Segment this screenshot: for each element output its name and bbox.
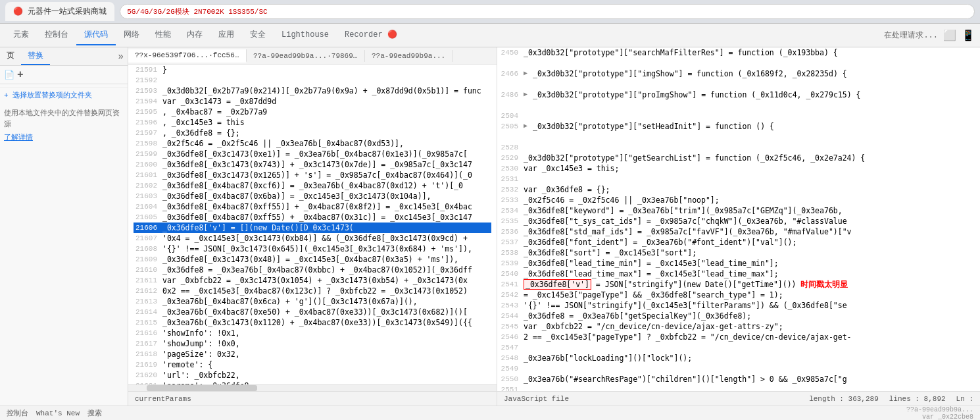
file-tab-1[interactable]: ??a-99ead99b9a...·798691e2ce.js bbox=[247, 50, 365, 62]
devtools-icon-inspect[interactable]: 在处理请求... bbox=[884, 30, 938, 41]
left-code-line-21597: 21597 , _0x36dfe8 = {}; bbox=[134, 128, 491, 138]
file-tab-0[interactable]: ??x-96e539f706...·fcc56247f3.js bbox=[128, 49, 247, 63]
right-line-num-2: 2466 bbox=[497, 68, 524, 79]
right-line-num-24: 2543 bbox=[497, 300, 524, 311]
tab-recorder[interactable]: Recorder 🔴 bbox=[337, 26, 405, 45]
line-num-21604: 21604 bbox=[134, 201, 162, 212]
address-bar[interactable]: 5G/4G/3G/2G模块 2N7002K 1SS355/SC bbox=[120, 4, 975, 19]
code-text-21609: _0x36dfe8[_0x3c1473(0x48)] = _0xc145e3[_… bbox=[162, 254, 491, 265]
devtools-icon-device[interactable]: 📱 bbox=[962, 29, 975, 42]
devtools-icon-pointer[interactable]: ⬜ bbox=[943, 29, 956, 42]
right-code-line-30: 2549 bbox=[497, 363, 980, 374]
devtools-nav: 元素 控制台 源代码 网络 性能 内存 应用 安全 Lighthouse Rec… bbox=[0, 24, 980, 47]
left-code-line-21599: 21599 _0x36dfe8[_0x3c1473(0xe1)] = _0x3e… bbox=[134, 149, 491, 159]
watermark-line1: ??a-99ead99b9a... bbox=[906, 406, 973, 413]
line-num-21607: 21607 bbox=[134, 233, 162, 244]
right-code-text-2: _0x3d0b32["prototype"]["imgShow"] = func… bbox=[533, 68, 847, 79]
toolbar-file-icon[interactable]: 📄 bbox=[4, 70, 14, 80]
line-num-21608: 21608 bbox=[134, 244, 162, 254]
code-text-21595: , _0x4bac87 = _0x2b77a9 bbox=[162, 107, 491, 117]
line-num-21617: 21617 bbox=[134, 338, 162, 349]
right-line-num-12: 2531 bbox=[497, 174, 524, 184]
left-code-line-21600: 21600 _0x36dfe8[_0x3c1473(0x743)] + _0x3… bbox=[134, 159, 491, 170]
left-code-line-21592: 21592 bbox=[134, 75, 491, 86]
status-lines: lines : 8,892 bbox=[889, 395, 946, 403]
browser-tab[interactable]: 🔴 元器件一站式采购商城 bbox=[5, 2, 114, 21]
code-text-21610: _0x36dfe8 = _0x3ea76b[_0x4bac87(0xbbc) +… bbox=[162, 265, 491, 275]
left-toolbar: 📄 + bbox=[0, 66, 128, 84]
left-code-line-21607: 21607 '0x4 = _0xc145e3[_0x3c1473(0xb84)]… bbox=[134, 233, 491, 244]
expand-btn-2[interactable]: ▶ bbox=[524, 68, 533, 79]
line-num-21610: 21610 bbox=[134, 265, 162, 275]
bottom-console[interactable]: 控制台 bbox=[7, 408, 28, 418]
right-line-num-28: 2547 bbox=[497, 342, 524, 353]
line-num-21614: 21614 bbox=[134, 307, 162, 317]
center-code-content[interactable]: 21591 }2159221593 _0x3d0b32[_0x2b77a9(0x… bbox=[128, 65, 497, 384]
right-code-line-15: 2534 _0x36dfe8["keyword"] = _0x3ea76b["t… bbox=[497, 205, 980, 216]
right-line-num-14: 2533 bbox=[497, 195, 524, 205]
left-tab-chevron[interactable]: » bbox=[114, 51, 128, 62]
tab-favicon: 🔴 bbox=[13, 7, 23, 16]
tab-memory[interactable]: 内存 bbox=[179, 25, 210, 45]
tab-lighthouse[interactable]: Lighthouse bbox=[274, 26, 337, 45]
file-tab-2[interactable]: ??a-99ead99b9a... bbox=[365, 50, 453, 62]
status-bar: currentParams bbox=[128, 391, 497, 406]
tab-console[interactable]: 控制台 bbox=[37, 25, 76, 45]
right-code-text-0: _0x3d0b32["prototype"]["searchMafFilterR… bbox=[524, 47, 838, 58]
left-panel: 页 替换 » 📄 + + 选择放置替换项的文件夹 使用本地文件夹中的文件替换网页… bbox=[0, 47, 128, 406]
tab-sources[interactable]: 源代码 bbox=[76, 25, 116, 45]
right-code-line-6: 2504 bbox=[497, 111, 980, 121]
tab-application[interactable]: 应用 bbox=[210, 25, 242, 45]
choose-folder-label: + 选择放置替换项的文件夹 bbox=[4, 90, 92, 100]
tab-replace[interactable]: 替换 bbox=[21, 47, 50, 65]
right-code-line-27: 2546 2 == _0xc145e3["pageType"] ? _0xbfc… bbox=[497, 332, 980, 342]
center-hscroll[interactable] bbox=[128, 384, 497, 391]
learn-more-link[interactable]: 了解详情 bbox=[4, 134, 33, 142]
left-code-line-21611: 21611 var _0xbfcb22 = _0x3c1473(0x1054) … bbox=[134, 275, 491, 286]
left-code-line-21610: 21610 _0x36dfe8 = _0x3ea76b[_0x4bac87(0x… bbox=[134, 265, 491, 275]
right-code-text-29: _0x3ea76b["lockLoading"]()["lock"](); bbox=[524, 353, 692, 363]
devtools-panel: 元素 控制台 源代码 网络 性能 内存 应用 安全 Lighthouse Rec… bbox=[0, 24, 980, 420]
bottom-search[interactable]: 搜索 bbox=[87, 408, 102, 418]
tab-elements[interactable]: 元素 bbox=[5, 25, 37, 45]
right-line-num-29: 2548 bbox=[497, 353, 524, 363]
expand-btn-4[interactable]: ▶ bbox=[524, 90, 533, 100]
code-text-21620: 'url': _0xbfcb22, bbox=[162, 370, 491, 381]
right-line-num-9: 2528 bbox=[497, 142, 524, 153]
right-code-text-17: _0x36dfe8["std_maf_ids"] = _0x985a7c["fa… bbox=[524, 226, 852, 237]
right-line-num-15: 2534 bbox=[497, 205, 524, 216]
tab-security[interactable]: 安全 bbox=[242, 25, 274, 45]
choose-folder-button[interactable]: + 选择放置替换项的文件夹 bbox=[0, 87, 128, 103]
right-status-bar: JavaScript file length : 363,289 lines :… bbox=[497, 391, 980, 406]
right-code-text-18: _0x36dfe8["font_ident"] = _0x3ea76b("#fo… bbox=[524, 237, 796, 248]
right-code-line-22: 2541 _0x36dfe8['v'] = JSON["stringify"](… bbox=[497, 279, 980, 290]
status-length: length : 363,289 bbox=[809, 395, 879, 403]
right-code-text-10: _0x3d0b32["prototype"]["getSearchList"] … bbox=[524, 153, 865, 163]
left-code-line-21615: 21615 _0x3ea76b(_0x3c1473(0x1120) + _0x4… bbox=[134, 317, 491, 328]
line-num-21618: 21618 bbox=[134, 349, 162, 359]
hscroll-thumb[interactable] bbox=[147, 385, 257, 391]
expand-btn-7[interactable]: ▶ bbox=[524, 121, 533, 132]
right-code-line-12: 2531 bbox=[497, 174, 980, 184]
bottom-whats-new[interactable]: What's New bbox=[36, 409, 80, 417]
line-num-21598: 21598 bbox=[134, 138, 162, 149]
left-code-line-21617: 21617 'showJump': !0x0, bbox=[134, 338, 491, 349]
right-line-num-27: 2546 bbox=[497, 332, 524, 342]
right-code-text-19: _0x36dfe8["sort"] = _0xc145e3["sort"]; bbox=[524, 248, 697, 258]
tab-title: 元器件一站式采购商城 bbox=[28, 7, 107, 16]
tab-network[interactable]: 网络 bbox=[116, 25, 147, 45]
line-num-21595: 21595 bbox=[134, 107, 162, 117]
line-num-21597: 21597 bbox=[134, 128, 162, 138]
tab-page[interactable]: 页 bbox=[0, 47, 21, 65]
line-num-21605: 21605 bbox=[134, 212, 162, 223]
code-text-21614: _0x3ea76b(_0x4bac87(0xe50) + _0x4bac87(0… bbox=[162, 307, 491, 317]
tab-performance[interactable]: 性能 bbox=[147, 25, 179, 45]
left-panel-info-text: 使用本地文件夹中的文件替换网页资源 了解详情 bbox=[0, 103, 128, 149]
right-line-num-0: 2450 bbox=[497, 47, 524, 58]
left-code-line-21609: 21609 _0x36dfe8[_0x3c1473(0x48)] = _0xc1… bbox=[134, 254, 491, 265]
toolbar-add-icon[interactable]: + bbox=[17, 69, 24, 81]
right-code-text-31: _0x3ea76b("#searchResPage")["children"](… bbox=[524, 374, 847, 384]
right-code-area[interactable]: 2450 _0x3d0b32["prototype"]["searchMafFi… bbox=[497, 47, 980, 391]
line-num-21602: 21602 bbox=[134, 180, 162, 191]
left-code-line-21620: 21620 'url': _0xbfcb22, bbox=[134, 370, 491, 381]
